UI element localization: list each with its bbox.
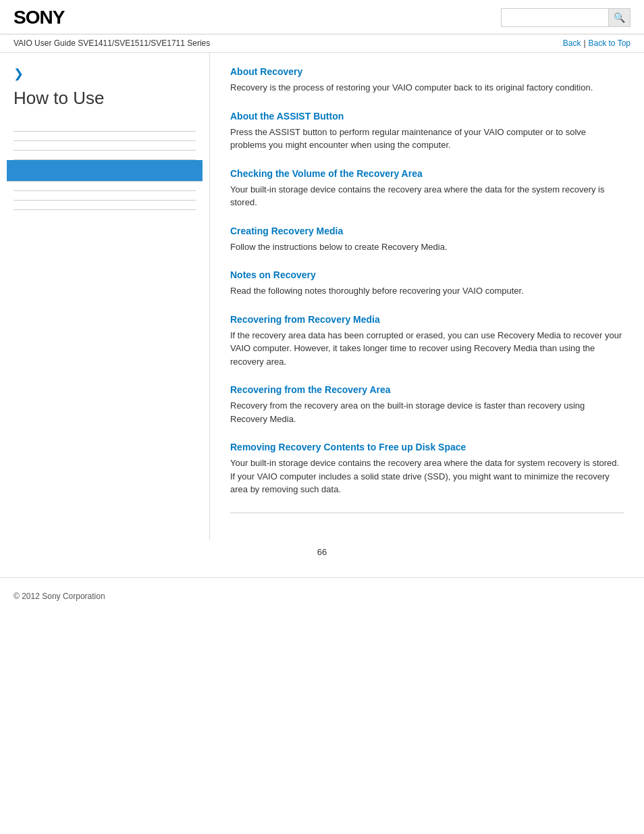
section-title-creating-recovery-media[interactable]: Creating Recovery Media bbox=[230, 226, 624, 236]
sidebar-item-blank-6 bbox=[14, 191, 196, 201]
search-input[interactable] bbox=[501, 8, 609, 27]
section-title-about-recovery[interactable]: About Recovery bbox=[230, 66, 624, 77]
sony-logo: SONY bbox=[14, 7, 64, 28]
sidebar-item-blank-5 bbox=[14, 182, 196, 191]
sidebar-nav bbox=[14, 122, 196, 210]
search-icon: 🔍 bbox=[614, 12, 625, 23]
section-body-removing-recovery-contents: Your built-in storage device contains th… bbox=[230, 457, 624, 496]
search-box: 🔍 bbox=[501, 8, 630, 27]
copyright: © 2012 Sony Corporation bbox=[14, 592, 105, 601]
section-title-recovering-from-media[interactable]: Recovering from Recovery Media bbox=[230, 314, 624, 325]
section-body-about-recovery: Recovery is the process of restoring you… bbox=[230, 81, 624, 95]
sidebar-item-blank-2 bbox=[14, 132, 196, 141]
section-title-removing-recovery-contents[interactable]: Removing Recovery Contents to Free up Di… bbox=[230, 442, 624, 452]
footer: © 2012 Sony Corporation bbox=[0, 577, 644, 608]
nav-separator: | bbox=[583, 38, 585, 48]
section-recovering-from-media: Recovering from Recovery Media If the re… bbox=[230, 314, 624, 369]
nav-bar: VAIO User Guide SVE1411/SVE1511/SVE1711 … bbox=[0, 34, 644, 53]
section-checking-volume: Checking the Volume of the Recovery Area… bbox=[230, 168, 624, 209]
sidebar-item-blank-3 bbox=[14, 141, 196, 151]
back-to-top-link[interactable]: Back to Top bbox=[589, 38, 630, 48]
section-creating-recovery-media: Creating Recovery Media Follow the instr… bbox=[230, 226, 624, 254]
section-body-notes-on-recovery: Read the following notes thoroughly befo… bbox=[230, 284, 624, 298]
sidebar: ❯ How to Use bbox=[0, 53, 209, 540]
main-container: ❯ How to Use About Recovery Recovery is … bbox=[0, 53, 644, 540]
section-title-checking-volume[interactable]: Checking the Volume of the Recovery Area bbox=[230, 168, 624, 179]
section-title-notes-on-recovery[interactable]: Notes on Recovery bbox=[230, 269, 624, 280]
section-about-recovery: About Recovery Recovery is the process o… bbox=[230, 66, 624, 95]
nav-links: Back | Back to Top bbox=[563, 38, 630, 48]
search-button[interactable]: 🔍 bbox=[609, 8, 630, 27]
content-divider bbox=[230, 513, 624, 513]
section-body-recovering-from-area: Recovery from the recovery area on the b… bbox=[230, 399, 624, 425]
section-title-recovering-from-area[interactable]: Recovering from the Recovery Area bbox=[230, 384, 624, 395]
nav-title: VAIO User Guide SVE1411/SVE1511/SVE1711 … bbox=[14, 38, 210, 48]
content-area: About Recovery Recovery is the process o… bbox=[209, 53, 644, 540]
sidebar-arrow[interactable]: ❯ bbox=[14, 66, 196, 81]
section-about-assist-button: About the ASSIST Button Press the ASSIST… bbox=[230, 111, 624, 152]
sidebar-item-blank-4 bbox=[14, 151, 196, 160]
section-notes-on-recovery: Notes on Recovery Read the following not… bbox=[230, 269, 624, 298]
page-number: 66 bbox=[0, 540, 644, 571]
section-recovering-from-area: Recovering from the Recovery Area Recove… bbox=[230, 384, 624, 425]
section-body-about-assist-button: Press the ASSIST button to perform regul… bbox=[230, 126, 624, 152]
sidebar-item-active[interactable] bbox=[7, 160, 203, 182]
sidebar-title: How to Use bbox=[14, 88, 196, 109]
section-body-checking-volume: Your built-in storage device contains th… bbox=[230, 183, 624, 209]
header: SONY 🔍 bbox=[0, 0, 644, 34]
section-body-creating-recovery-media: Follow the instructions below to create … bbox=[230, 240, 624, 254]
section-title-about-assist-button[interactable]: About the ASSIST Button bbox=[230, 111, 624, 122]
section-removing-recovery-contents: Removing Recovery Contents to Free up Di… bbox=[230, 442, 624, 496]
back-link[interactable]: Back bbox=[563, 38, 581, 48]
sidebar-item-blank-7 bbox=[14, 201, 196, 210]
section-body-recovering-from-media: If the recovery area data has been corru… bbox=[230, 329, 624, 369]
sidebar-item-blank-1 bbox=[14, 122, 196, 132]
